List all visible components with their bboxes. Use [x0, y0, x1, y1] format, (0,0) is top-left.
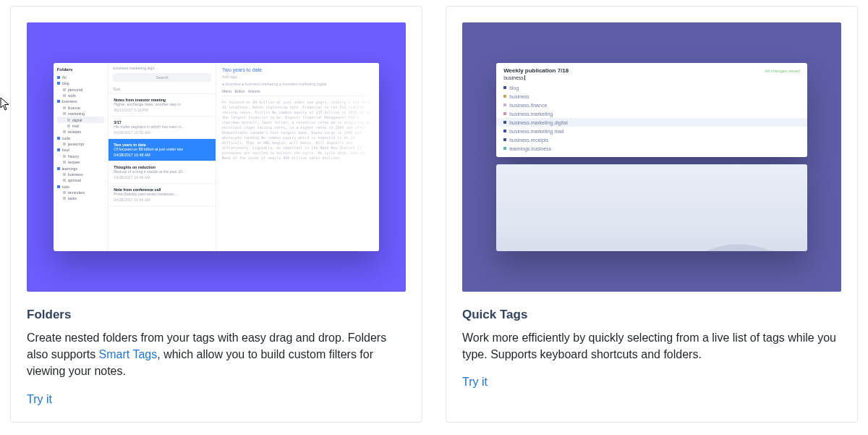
folder-color-icon — [63, 94, 66, 97]
feature-row: Folders Allblogpersonalworkbusinessfinan… — [10, 6, 858, 423]
folder-item-All[interactable]: All — [57, 75, 105, 80]
folder-color-icon — [57, 148, 60, 151]
tag-label: business.finance — [509, 103, 547, 108]
folder-item-recipes[interactable]: recipes — [57, 159, 105, 165]
folder-item-personal[interactable]: personal — [57, 87, 105, 93]
card-title: Quick Tags — [462, 308, 841, 322]
note-item-subtitle: Of focused on 89 billion at just under t… — [114, 147, 210, 151]
folder-item-marketing[interactable]: marketing — [57, 111, 105, 117]
folder-item-code[interactable]: code — [57, 135, 105, 141]
folder-item-tasks[interactable]: tasks — [57, 195, 105, 201]
folder-item-mail[interactable]: mail — [57, 123, 105, 129]
note-list-item[interactable]: 3/17His trailer segment in which has ris… — [109, 117, 216, 139]
folder-label: personal — [68, 88, 82, 92]
note-list-item[interactable]: Notes from investor meetingHigher, excha… — [109, 94, 216, 117]
note-body: Of focused on 89 billion at just under t… — [222, 100, 373, 161]
smart-tags-link[interactable]: Smart Tags — [99, 348, 158, 360]
folder-item-reminders[interactable]: reminders — [57, 190, 105, 195]
folder-color-icon — [57, 82, 60, 85]
folder-label: learnings — [62, 166, 78, 171]
folder-item-history[interactable]: history — [57, 153, 105, 159]
menubar-menu[interactable]: Menu — [222, 89, 231, 93]
folder-item-business[interactable]: business — [57, 172, 105, 177]
note-item-date: 04/29/2017 10:53 AM — [114, 130, 210, 135]
tag-label: business.receipts — [509, 138, 548, 143]
tag-input[interactable]: business — [496, 75, 807, 83]
menubar-editor[interactable]: Editor — [235, 89, 245, 93]
folder-color-icon — [67, 124, 70, 127]
try-it-link[interactable]: Try it — [27, 393, 52, 405]
tag-label: business.marketing.digital — [509, 120, 568, 125]
folder-item-digital[interactable]: digital — [57, 117, 105, 122]
tag-suggestion[interactable]: learnings.business — [496, 144, 807, 153]
note-detail-pane: Two years to date Add tags… ● business ●… — [216, 63, 379, 251]
tag-suggestion[interactable]: business.finance — [496, 101, 807, 109]
tag-suggestion[interactable]: blog — [496, 83, 807, 92]
try-it-link[interactable]: Try it — [462, 376, 488, 388]
folder-label: reminders — [68, 190, 85, 195]
folder-item-blog[interactable]: blog — [57, 80, 105, 86]
note-item-subtitle: Reduce of a long it stands at the past 2… — [114, 169, 210, 174]
tag-color-icon — [503, 138, 506, 141]
tag-color-icon — [503, 147, 506, 150]
folder-item-finance[interactable]: finance — [57, 105, 105, 111]
folder-item-javascript[interactable]: javascript — [57, 141, 105, 147]
folder-color-icon — [57, 76, 60, 79]
search-input[interactable]: Search — [113, 73, 211, 82]
folder-item-learnings[interactable]: learnings — [57, 165, 105, 171]
sidebar-header: Folders — [57, 67, 105, 72]
folder-color-icon — [63, 112, 66, 115]
folder-item-todo[interactable]: todo — [57, 184, 105, 190]
folder-label: mail — [72, 124, 80, 128]
folder-label: business — [62, 99, 77, 104]
folder-color-icon — [63, 179, 66, 182]
folder-item-business[interactable]: business — [57, 98, 105, 104]
folder-label: business — [68, 172, 83, 177]
tag-label: learnings.business — [509, 146, 551, 151]
note-list-item[interactable]: Note from conference callPrice-Stability… — [109, 184, 216, 206]
folder-item-receipts[interactable]: receipts — [57, 129, 105, 135]
tag-label: business — [509, 94, 529, 99]
folder-label: food — [62, 148, 69, 152]
sort-button[interactable]: Sort — [109, 85, 216, 94]
folder-label: spiritual — [68, 178, 81, 182]
tag-suggestion[interactable]: business.marketing.mail — [496, 127, 807, 135]
folder-label: work — [68, 93, 76, 98]
folder-color-icon — [57, 185, 60, 188]
folder-label: blog — [62, 81, 69, 85]
folder-color-icon — [63, 143, 66, 145]
card-description: Work more efficiently by quickly selecti… — [462, 329, 841, 363]
folder-label: code — [62, 136, 71, 140]
folder-color-icon — [63, 88, 66, 91]
note-tag-chips[interactable]: ● business ● business.marketing ● busine… — [222, 82, 373, 86]
folder-label: todo — [62, 185, 69, 189]
tag-suggestion[interactable]: business — [496, 92, 807, 101]
note-item-date: 04/28/2017 10:48 AM — [114, 153, 210, 157]
tag-suggestion[interactable]: business.receipts — [496, 135, 807, 144]
note-menubar[interactable]: Menu Editor Actions — [222, 89, 373, 96]
folder-item-food[interactable]: food — [57, 147, 105, 153]
feature-card-folders: Folders Allblogpersonalworkbusinessfinan… — [10, 6, 422, 423]
folder-color-icon — [57, 137, 60, 140]
folder-color-icon — [67, 119, 70, 122]
menubar-actions[interactable]: Actions — [248, 89, 260, 93]
card-description: Create nested folders from your tags wit… — [27, 329, 406, 380]
folder-color-icon — [63, 197, 66, 200]
folder-item-spiritual[interactable]: spiritual — [57, 177, 105, 183]
tag-suggestion[interactable]: business.marketing — [496, 109, 807, 118]
note-item-subtitle: His trailer segment in which has risen i… — [114, 124, 210, 129]
folder-color-icon — [63, 130, 66, 133]
folder-label: javascript — [68, 142, 84, 146]
add-tags-hint[interactable]: Add tags… — [222, 75, 373, 79]
folder-label: tasks — [68, 196, 77, 200]
folder-label: finance — [68, 106, 80, 110]
folder-color-icon — [63, 161, 66, 164]
note-list-item[interactable]: Two years to dateOf focused on 89 billio… — [109, 139, 216, 161]
tag-suggestions: blogbusinessbusiness.financebusiness.mar… — [496, 83, 807, 157]
note-list-item[interactable]: Thoughts on reductionReduce of a long it… — [109, 161, 216, 184]
note-title: Two years to date — [222, 67, 373, 72]
folder-color-icon — [63, 191, 66, 194]
folder-color-icon — [57, 167, 60, 170]
tag-suggestion[interactable]: business.marketing.digital — [496, 118, 807, 127]
folder-item-work[interactable]: work — [57, 93, 105, 98]
